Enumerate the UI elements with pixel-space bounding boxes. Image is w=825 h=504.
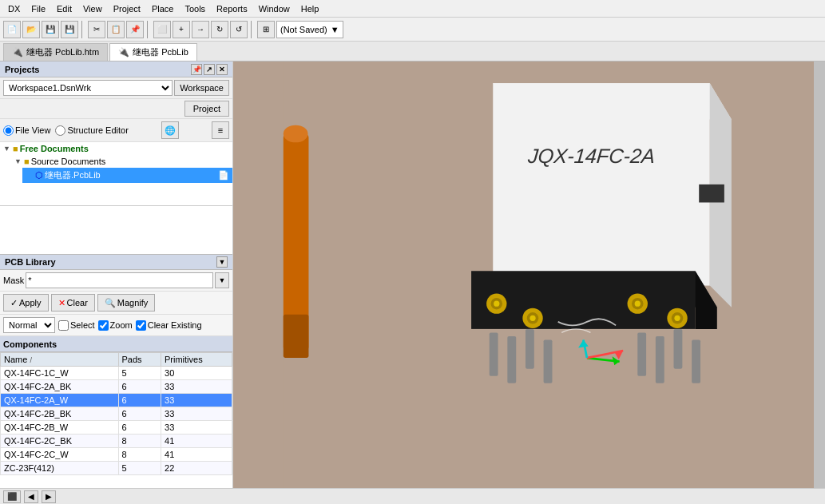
tab-pcblib-htm[interactable]: 🔌 继电器 PcbLib.htm bbox=[3, 43, 108, 61]
project-row: Project bbox=[0, 99, 232, 119]
toolbar-save-all[interactable]: 💾 bbox=[61, 21, 78, 38]
menu-edit[interactable]: Edit bbox=[52, 2, 77, 15]
clear-existing-checkbox-label[interactable]: Clear Existing bbox=[136, 320, 202, 331]
col-primitives[interactable]: Primitives bbox=[161, 353, 232, 367]
cell-primitives: 33 bbox=[161, 407, 232, 421]
toolbar-save[interactable]: 💾 bbox=[42, 21, 59, 38]
projects-float-btn[interactable]: ↗ bbox=[204, 64, 215, 75]
filter-row: ✓ Apply ✕ Clear 🔍 Magnify bbox=[0, 292, 232, 315]
toolbar-cut[interactable]: ✂ bbox=[88, 21, 105, 38]
save-status-dropdown[interactable]: (Not Saved) ▼ bbox=[276, 21, 343, 38]
projects-pin-btn[interactable]: 📌 bbox=[191, 64, 202, 75]
cell-name: QX-14FC-2A_W bbox=[1, 394, 119, 407]
project-button[interactable]: Project bbox=[184, 101, 229, 117]
workspace-dropdown[interactable]: Workspace1.DsnWrk bbox=[3, 80, 173, 96]
svg-rect-3 bbox=[284, 315, 309, 358]
menu-place[interactable]: Place bbox=[147, 2, 179, 15]
menu-file[interactable]: File bbox=[26, 2, 50, 15]
menu-project[interactable]: Project bbox=[109, 2, 145, 15]
structure-editor-radio[interactable]: Structure Editor bbox=[55, 125, 128, 136]
structure-editor-input[interactable] bbox=[55, 125, 65, 136]
mask-dropdown-btn[interactable]: ▼ bbox=[215, 272, 229, 288]
projects-close-btn[interactable]: ✕ bbox=[216, 64, 228, 75]
table-container[interactable]: Name / Pads Primitives bbox=[0, 352, 232, 488]
col-name[interactable]: Name / bbox=[1, 353, 119, 367]
toolbar-btn5[interactable]: ↺ bbox=[230, 21, 248, 38]
components-header-row: Components bbox=[0, 336, 232, 352]
cell-primitives: 33 bbox=[161, 394, 232, 407]
menu-window[interactable]: Window bbox=[254, 2, 295, 15]
cell-primitives: 33 bbox=[161, 380, 232, 394]
workspace-button[interactable]: Workspace bbox=[174, 80, 229, 96]
table-row[interactable]: QX-14FC-2B_W633 bbox=[1, 421, 232, 435]
pcblib-section: PCB Library ▼ Mask ▼ ✓ Apply ✕ Clear 🔍 bbox=[0, 254, 232, 488]
tab-pcblib[interactable]: 🔌 继电器 PcbLib bbox=[109, 43, 197, 61]
status-btn2[interactable]: ◀ bbox=[24, 490, 38, 503]
mask-input[interactable] bbox=[26, 272, 213, 288]
toolbar-new[interactable]: 📄 bbox=[3, 21, 21, 38]
file-view-input[interactable] bbox=[3, 125, 14, 136]
tree-item-root[interactable]: ▼ ■ Free Documents bbox=[0, 142, 232, 155]
col-pads-label: Pads bbox=[122, 355, 142, 364]
menu-help[interactable]: Help bbox=[296, 2, 324, 15]
select-label: Select bbox=[70, 320, 95, 330]
menu-reports[interactable]: Reports bbox=[212, 2, 252, 15]
tree-item-pcblib[interactable]: ⬡ 继电器.PcbLib 📄 bbox=[22, 168, 232, 183]
view-icon-btn1[interactable]: 🌐 bbox=[161, 121, 179, 139]
clear-label: Clear bbox=[67, 298, 88, 308]
col-pads[interactable]: Pads bbox=[118, 353, 161, 367]
table-row[interactable]: QX-14FC-2A_BK633 bbox=[1, 380, 232, 394]
file-tree[interactable]: ▼ ■ Free Documents ▼ ■ Source Documents … bbox=[0, 142, 232, 206]
status-btn1[interactable]: ⬛ bbox=[3, 490, 21, 503]
cell-name: ZC-23F(412) bbox=[1, 462, 119, 475]
svg-point-28 bbox=[635, 301, 641, 307]
tab-label-2: 继电器 PcbLib bbox=[133, 46, 188, 58]
zoom-checkbox[interactable] bbox=[98, 320, 109, 331]
view-icon-btn2[interactable]: ≡ bbox=[212, 121, 229, 139]
apply-button[interactable]: ✓ Apply bbox=[3, 294, 49, 312]
options-row: Normal Select Zoom Clear Existing bbox=[0, 315, 232, 336]
toolbar-btn4[interactable]: ↻ bbox=[211, 21, 228, 38]
table-row[interactable]: QX-14FC-2A_W633 bbox=[1, 394, 232, 407]
status-bar: ⬛ ◀ ▶ bbox=[0, 488, 825, 504]
toolbar-copy[interactable]: 📋 bbox=[107, 21, 125, 38]
cell-primitives: 41 bbox=[161, 435, 232, 448]
table-row[interactable]: QX-14FC-2B_BK633 bbox=[1, 407, 232, 421]
table-row[interactable]: ZC-23F(412)522 bbox=[1, 462, 232, 475]
menu-view[interactable]: View bbox=[78, 2, 107, 15]
tree-label-free-docs: Free Documents bbox=[20, 144, 89, 153]
clear-existing-checkbox[interactable] bbox=[136, 320, 146, 331]
zoom-checkbox-label[interactable]: Zoom bbox=[98, 320, 133, 331]
toolbar: 📄 📂 💾 💾 ✂ 📋 📌 ⬜ + → ↻ ↺ ⊞ (Not Saved) ▼ bbox=[0, 18, 825, 42]
tree-item-source-docs[interactable]: ▼ ■ Source Documents bbox=[11, 155, 232, 168]
folder-icon-root: ■ bbox=[13, 144, 18, 153]
menu-tools[interactable]: Tools bbox=[180, 2, 210, 15]
table-row[interactable]: QX-14FC-1C_W530 bbox=[1, 367, 232, 380]
cell-name: QX-14FC-1C_W bbox=[1, 367, 119, 380]
col-name-label: Name bbox=[4, 355, 27, 364]
table-row[interactable]: QX-14FC-2C_BK841 bbox=[1, 435, 232, 448]
sep2 bbox=[147, 21, 150, 38]
table-row[interactable]: QX-14FC-2C_W841 bbox=[1, 448, 232, 462]
toolbar-btn2[interactable]: + bbox=[173, 21, 190, 38]
menu-dx[interactable]: DX bbox=[3, 2, 25, 15]
cell-name: QX-14FC-2C_W bbox=[1, 448, 119, 462]
toolbar-btn1[interactable]: ⬜ bbox=[153, 21, 171, 38]
file-view-radio[interactable]: File View bbox=[3, 125, 50, 136]
right-panel[interactable]: JQX-14FC-2A bbox=[233, 62, 825, 488]
toolbar-btn3[interactable]: → bbox=[192, 21, 209, 38]
cell-name: QX-14FC-2A_BK bbox=[1, 380, 119, 394]
normal-dropdown[interactable]: Normal bbox=[3, 317, 55, 333]
select-checkbox[interactable] bbox=[58, 320, 69, 331]
toolbar-grid[interactable]: ⊞ bbox=[257, 21, 275, 38]
clear-button[interactable]: ✕ Clear bbox=[51, 294, 95, 312]
svg-text:JQX-14FC-2A: JQX-14FC-2A bbox=[526, 145, 656, 167]
toolbar-open[interactable]: 📂 bbox=[22, 21, 40, 38]
toolbar-paste[interactable]: 📌 bbox=[126, 21, 144, 38]
pcblib-expand-btn[interactable]: ▼ bbox=[216, 256, 228, 268]
select-checkbox-label[interactable]: Select bbox=[58, 320, 95, 331]
vertical-scrollbar[interactable] bbox=[814, 62, 825, 488]
main-area: Projects 📌 ↗ ✕ Workspace1.DsnWrk Workspa… bbox=[0, 62, 825, 488]
magnify-button[interactable]: 🔍 Magnify bbox=[97, 294, 156, 312]
status-btn3[interactable]: ▶ bbox=[42, 490, 56, 503]
